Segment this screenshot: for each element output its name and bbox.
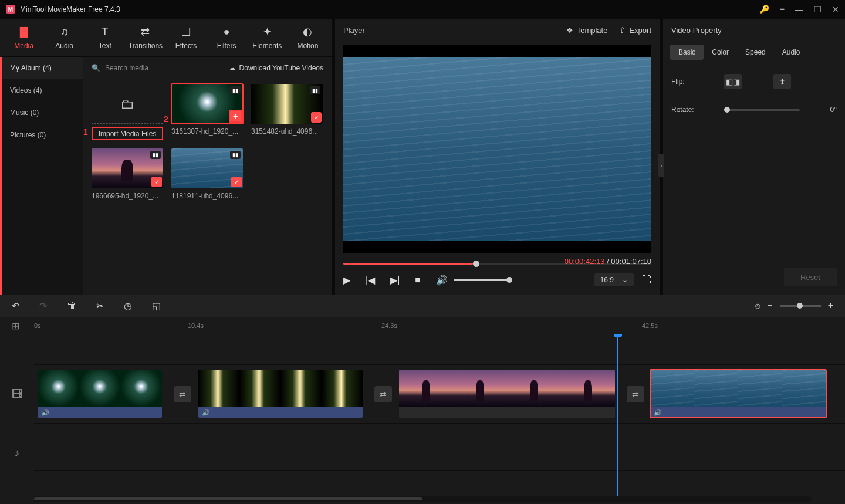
maximize-icon[interactable]: ❐ [814,5,822,14]
added-check-icon: ✓ [231,177,242,187]
library-panel: ▇ Media ♫ Audio T Text ⇄ Transitions ❏ E… [0,19,332,295]
player-title: Player [343,26,365,35]
play-button[interactable]: ▶ [343,275,350,286]
motion-icon: ◐ [303,25,312,38]
audio-track[interactable] [34,424,845,471]
media-thumb-1[interactable]: ▮▮ + [171,84,243,124]
ruler-tick-3: 42.5s [642,322,658,329]
import-media-label[interactable]: Import Media Files [92,127,163,140]
video-badge-icon: ▮▮ [310,86,320,94]
tab-audio-label: Audio [55,42,73,50]
transition-slot-2[interactable]: ⇄ [374,386,392,402]
tab-elements[interactable]: ✦ Elements [247,19,288,57]
tab-filters[interactable]: ● Filters [207,19,247,57]
flip-horizontal-button[interactable]: ◧◨ [724,74,742,89]
flip-vertical-button[interactable]: ⬍ [773,74,791,89]
search-input[interactable]: 🔍 Search media [92,64,148,72]
timeline-ruler[interactable]: ⊞ 0s 10.4s 24.3s 42.5s [0,317,845,334]
add-marker-button[interactable]: ⊞ [12,320,19,332]
video-badge-icon: ▮▮ [230,151,241,159]
prop-tab-speed[interactable]: Speed [737,45,774,60]
sidebar-item-myalbum[interactable]: My Album (4) [2,57,83,79]
audio-track-icon: ♪ [0,424,34,482]
timeline-clip-2[interactable]: 🔊 [198,370,363,418]
add-to-timeline-button[interactable]: + [229,110,242,123]
import-media-box[interactable]: 🗀 [92,84,163,124]
delete-button[interactable]: 🗑 [67,300,76,311]
tab-text[interactable]: T Text [84,19,125,57]
tab-media[interactable]: ▇ Media [4,19,44,57]
album-sidebar: My Album (4) Videos (4) Music (0) Pictur… [0,57,83,295]
clip-audio-icon: 🔊 [654,409,662,417]
media-name-2: 3151482-uhd_4096... [251,127,323,136]
redo-button[interactable]: ↷ [39,300,47,312]
sidebar-item-videos[interactable]: Videos (4) [2,79,83,102]
volume-slider[interactable] [454,279,512,281]
zoom-slider[interactable] [780,305,821,307]
template-button[interactable]: ❖ Template [566,26,608,35]
close-icon[interactable]: ✕ [832,5,839,14]
prop-tab-audio[interactable]: Audio [774,45,809,60]
seek-bar[interactable]: 00:00:42:13 / 00:01:07:10 [343,261,651,266]
tab-motion[interactable]: ◐ Motion [288,19,328,57]
tab-transitions[interactable]: ⇄ Transitions [125,19,165,57]
split-button[interactable]: ✂ [96,300,104,312]
playhead[interactable] [617,334,618,496]
timeline-clip-3[interactable] [399,370,615,418]
undo-button[interactable]: ↶ [12,300,19,312]
media-name-1: 3161307-hd_1920_... [171,127,243,136]
transition-slot-3[interactable]: ⇄ [627,386,644,402]
minimize-icon[interactable]: — [795,5,803,14]
reset-button[interactable]: Reset [784,268,837,286]
download-youtube-link[interactable]: ☁ Download YouTube Videos [229,64,323,72]
timeline-panel: ↶ ↷ 🗑 ✂ ◷ ◱ ⎋ − + ⊞ 0s 10.4s 24.3s 42.5s… [0,295,845,504]
tab-effects[interactable]: ❏ Effects [166,19,207,57]
title-track[interactable] [34,334,845,365]
sidebar-item-music[interactable]: Music (0) [2,102,83,124]
menu-icon[interactable]: ≡ [780,5,785,14]
fullscreen-button[interactable]: ⛶ [642,275,651,285]
timeline-clip-1[interactable]: 🔊 [38,370,162,418]
clip-audio-icon: 🔊 [41,409,49,417]
sidebar-item-pictures[interactable]: Pictures (0) [2,124,83,146]
video-track[interactable]: 🔊 ⇄ 🔊 ⇄ ⇄ 🔊 [34,365,845,424]
zoom-in-button[interactable]: + [828,300,833,311]
zoom-out-button[interactable]: − [767,300,772,311]
added-check-icon: ✓ [151,177,162,187]
effects-icon: ❏ [181,25,191,38]
prev-frame-button[interactable]: |◀ [366,275,375,286]
media-thumb-3[interactable]: ▮▮ ✓ [92,148,163,188]
export-button[interactable]: ⇧ Export [619,26,651,35]
title-bar: M MiniTool MovieMaker Free 7.4.3 🔑 ≡ — ❐… [0,0,845,19]
aspect-ratio-select[interactable]: 16:9 ⌄ [594,273,634,286]
folder-open-icon: 🗀 [120,96,134,112]
speed-button[interactable]: ◷ [124,300,132,312]
timeline-scrollbar[interactable] [34,496,811,502]
rotate-slider[interactable] [724,109,800,111]
layers-icon: ❖ [566,26,573,35]
player-panel: Player ❖ Template ⇧ Export 00: [335,19,660,295]
prop-tab-basic[interactable]: Basic [670,45,704,60]
upgrade-key-icon[interactable]: 🔑 [759,5,769,14]
search-placeholder: Search media [105,64,148,72]
tab-audio[interactable]: ♫ Audio [44,19,84,57]
rotate-label: Rotate: [671,106,701,114]
time-current: 00:00:42:13 [565,257,605,266]
video-preview[interactable] [343,45,651,253]
media-thumb-4[interactable]: ▮▮ ✓ [171,148,243,188]
media-thumb-2[interactable]: ▮▮ ✓ [251,84,323,124]
video-badge-icon: ▮▮ [230,86,241,94]
collapse-panel-button[interactable]: › [658,154,664,177]
prop-tab-color[interactable]: Color [704,45,737,60]
stop-button[interactable]: ■ [415,275,421,285]
transition-slot-1[interactable]: ⇄ [174,386,191,402]
timeline-clip-4[interactable]: 🔊 [650,370,826,418]
tab-media-label: Media [14,42,33,50]
elements-icon: ✦ [263,25,272,38]
clip-audio-icon: 🔊 [202,409,210,417]
snap-button[interactable]: ⎋ [755,301,760,310]
crop-button[interactable]: ◱ [152,300,161,312]
next-frame-button[interactable]: ▶| [390,275,400,286]
rotate-value: 0° [830,106,837,114]
volume-icon[interactable]: 🔊 [436,275,448,286]
